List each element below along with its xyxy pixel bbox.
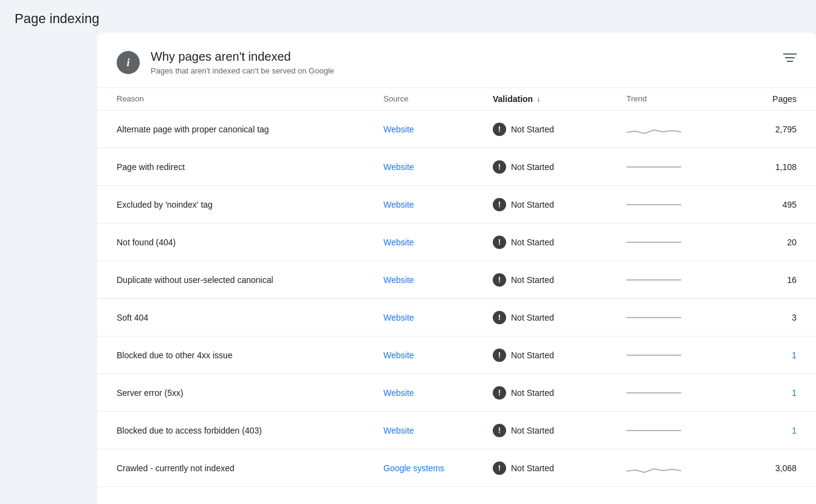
col-trend <box>626 308 736 327</box>
col-validation: ! Not Started <box>493 386 626 400</box>
col-reason: Soft 404 <box>117 302 383 333</box>
validation-label: Not Started <box>511 388 554 398</box>
validation-label: Not Started <box>511 124 554 134</box>
table-body: Alternate page with proper canonical tag… <box>97 111 816 487</box>
col-pages: 2,795 <box>736 124 797 134</box>
card-subheading: Pages that aren't indexed can't be serve… <box>151 66 334 75</box>
col-pages: 1 <box>736 388 797 398</box>
col-source: Website <box>383 313 493 322</box>
page-title: Page indexing <box>0 0 816 33</box>
table-row[interactable]: Excluded by 'noindex' tag Website ! Not … <box>97 186 816 223</box>
col-validation: ! Not Started <box>493 311 626 324</box>
col-trend <box>626 120 736 138</box>
sort-arrow-icon: ↓ <box>537 95 540 103</box>
col-reason: Alternate page with proper canonical tag <box>117 114 383 145</box>
not-started-icon: ! <box>493 198 506 211</box>
not-started-icon: ! <box>493 311 506 324</box>
table-row[interactable]: Server error (5xx) Website ! Not Started… <box>97 374 816 412</box>
col-validation: ! Not Started <box>493 123 626 136</box>
col-trend <box>626 233 736 251</box>
col-header-source: Source <box>383 94 493 104</box>
col-reason: Duplicate without user-selected canonica… <box>117 264 383 296</box>
not-started-icon: ! <box>493 386 506 400</box>
col-pages: 1,108 <box>736 162 797 172</box>
col-validation: ! Not Started <box>493 461 626 475</box>
validation-label: Not Started <box>511 463 554 473</box>
col-reason: Excluded by 'noindex' tag <box>117 189 383 220</box>
card-header-text: Why pages aren't indexed Pages that aren… <box>151 50 334 75</box>
not-started-icon: ! <box>493 349 506 362</box>
col-reason: Crawled - currently not indexed <box>117 452 383 484</box>
col-source: Website <box>383 162 493 172</box>
col-pages: 3 <box>736 313 797 322</box>
col-pages: 16 <box>736 275 797 285</box>
col-trend <box>626 421 736 440</box>
col-header-validation[interactable]: Validation ↓ <box>493 94 626 104</box>
filter-icon[interactable] <box>783 50 797 66</box>
table-row[interactable]: Page with redirect Website ! Not Started… <box>97 148 816 186</box>
col-trend <box>626 459 736 477</box>
col-pages: 495 <box>736 200 797 209</box>
validation-label: Not Started <box>511 237 554 247</box>
card-header: i Why pages aren't indexed Pages that ar… <box>97 33 816 88</box>
col-validation: ! Not Started <box>493 160 626 174</box>
info-icon: i <box>117 51 140 74</box>
col-source: Website <box>383 388 493 398</box>
validation-label: Not Started <box>511 200 554 209</box>
not-started-icon: ! <box>493 424 506 437</box>
col-trend <box>626 271 736 289</box>
validation-label: Not Started <box>511 426 554 435</box>
table-row[interactable]: Blocked due to access forbidden (403) We… <box>97 412 816 449</box>
col-header-reason: Reason <box>117 94 383 104</box>
validation-label: Not Started <box>511 350 554 360</box>
not-started-icon: ! <box>493 461 506 475</box>
table-row[interactable]: Not found (404) Website ! Not Started 20 <box>97 223 816 261</box>
not-started-icon: ! <box>493 273 506 287</box>
validation-label: Not Started <box>511 162 554 172</box>
col-trend <box>626 384 736 402</box>
col-validation: ! Not Started <box>493 198 626 211</box>
col-source: Website <box>383 124 493 134</box>
col-trend <box>626 196 736 214</box>
col-pages: 1 <box>736 426 797 435</box>
col-reason: Not found (404) <box>117 226 383 258</box>
not-started-icon: ! <box>493 160 506 174</box>
table-row[interactable]: Crawled - currently not indexed Google s… <box>97 449 816 487</box>
col-header-pages: Pages <box>736 94 797 104</box>
col-reason: Page with redirect <box>117 151 383 183</box>
col-source: Website <box>383 426 493 435</box>
col-source: Website <box>383 200 493 209</box>
card-heading: Why pages aren't indexed <box>151 50 334 64</box>
col-trend <box>626 346 736 364</box>
table-header: Reason Source Validation ↓ Trend Pages <box>97 88 816 111</box>
col-source: Website <box>383 350 493 360</box>
col-validation: ! Not Started <box>493 424 626 437</box>
col-reason: Blocked due to access forbidden (403) <box>117 415 383 446</box>
col-header-trend: Trend <box>626 94 736 104</box>
col-reason: Server error (5xx) <box>117 377 383 409</box>
validation-label: Not Started <box>511 313 554 322</box>
col-source: Google systems <box>383 463 493 473</box>
col-source: Website <box>383 237 493 247</box>
col-pages: 1 <box>736 350 797 360</box>
validation-label: Not Started <box>511 275 554 285</box>
col-trend <box>626 158 736 176</box>
col-validation: ! Not Started <box>493 349 626 362</box>
table-row[interactable]: Duplicate without user-selected canonica… <box>97 261 816 299</box>
table: Reason Source Validation ↓ Trend Pages A… <box>97 88 816 487</box>
col-source: Website <box>383 275 493 285</box>
col-validation: ! Not Started <box>493 273 626 287</box>
col-pages: 3,068 <box>736 463 797 473</box>
not-started-icon: ! <box>493 236 506 249</box>
not-started-icon: ! <box>493 123 506 136</box>
col-validation: ! Not Started <box>493 236 626 249</box>
col-reason: Blocked due to other 4xx issue <box>117 339 383 371</box>
table-row[interactable]: Soft 404 Website ! Not Started 3 <box>97 299 816 336</box>
table-row[interactable]: Alternate page with proper canonical tag… <box>97 111 816 148</box>
table-row[interactable]: Blocked due to other 4xx issue Website !… <box>97 336 816 374</box>
col-pages: 20 <box>736 237 797 247</box>
